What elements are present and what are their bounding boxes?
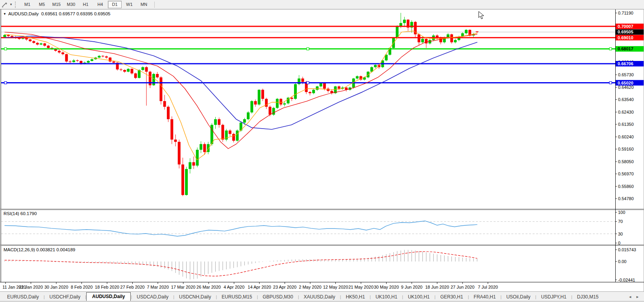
candle-body	[22, 38, 24, 39]
chart-ohlc-values: 0.69561 0.69577 0.69395 0.69505	[41, 11, 111, 16]
candle-body	[123, 70, 126, 72]
chevron-down-icon[interactable]: ▼	[9, 3, 13, 6]
candle-body	[374, 65, 377, 67]
chart-tab-gbpusd-m30[interactable]: GBPUSD,M30	[258, 293, 298, 301]
candle-body	[291, 98, 293, 99]
candle-body	[181, 164, 184, 195]
date-tick-label: 23 Apr 2020	[273, 285, 296, 289]
date-tick-label: 7 Mar 2020	[147, 285, 169, 289]
toolbar-separator	[154, 2, 155, 8]
candle-body	[91, 59, 93, 61]
candle-body	[65, 54, 68, 62]
date-tick-label: 21 Jan 2020	[19, 285, 43, 289]
tab-scroll-right-button[interactable]: ►	[636, 295, 639, 299]
price-tick-label: 0.55860	[618, 184, 634, 189]
rsi-tick-label: 100	[618, 210, 625, 215]
candle-body	[29, 39, 31, 41]
candle-body	[105, 56, 108, 57]
timeframe-button-h4[interactable]: H4	[93, 1, 107, 8]
chart-symbol: AUDUSD,Daily	[8, 11, 39, 16]
date-tick-label: 17 Mar 2020	[171, 285, 196, 289]
price-tick-label: 0.60240	[618, 134, 634, 139]
chart-tab-eurusd-daily[interactable]: EURUSD,Daily	[2, 293, 44, 301]
hline-handle[interactable]	[307, 82, 309, 84]
timeframe-button-d1[interactable]: D1	[108, 1, 122, 8]
price-badge-label: 0.68017	[618, 46, 633, 51]
chart-tab-usdjpy-h1[interactable]: USDJPY,H1	[536, 293, 571, 301]
candle-body	[247, 112, 250, 119]
candle-body	[261, 90, 264, 99]
timeframe-button-m15[interactable]: M15	[50, 1, 63, 8]
candle-body	[320, 83, 322, 87]
candle-body	[312, 90, 315, 93]
candle-body	[338, 87, 341, 89]
timeframe-button-m5[interactable]: M5	[35, 1, 49, 8]
candle-body	[200, 144, 202, 149]
candle-body	[7, 35, 10, 36]
toolbar-grip[interactable]	[15, 2, 18, 8]
chart-tab-hk50-h1[interactable]: HK50,H1	[341, 293, 370, 301]
date-tick-label: 7 Jul 2020	[478, 285, 498, 289]
candle-body	[32, 41, 35, 43]
date-tick-label: 30 Jan 2020	[44, 285, 68, 289]
price-badge-label: 0.65020	[618, 81, 633, 85]
timeframe-button-m30[interactable]: M30	[64, 1, 78, 8]
hline-handle[interactable]	[4, 48, 7, 50]
candle-body	[450, 34, 453, 42]
hline-handle[interactable]	[609, 48, 612, 50]
chart-tab-usdcnh-daily[interactable]: USDCNH,Daily	[174, 293, 216, 301]
hline-handle[interactable]	[609, 82, 612, 84]
date-tick-label: 30 May 2020	[374, 285, 399, 289]
candle-body	[61, 52, 64, 54]
candle-body	[174, 140, 177, 142]
candle-body	[58, 51, 61, 52]
chart-tab-fra40-h1[interactable]: FRA40,H1	[469, 293, 500, 301]
hline-handle[interactable]	[307, 48, 309, 50]
top-toolbar: ▼ M1M5M15M30H1H4D1W1MN	[0, 0, 644, 9]
hline-handle[interactable]	[4, 82, 7, 84]
timeframe-toolbar: M1M5M15M30H1H4D1W1MN	[20, 0, 151, 9]
price-badge-label: 0.66706	[618, 61, 633, 66]
chart-tab-xauusd-daily[interactable]: XAUUSD,Daily	[299, 293, 340, 301]
chart-window: 0.711900.701100.690300.679200.668400.657…	[0, 9, 644, 291]
price-badge-label: 0.69505	[618, 29, 633, 34]
candle-body	[4, 35, 6, 37]
price-tick-label: 0.56970	[618, 171, 634, 176]
candle-body	[145, 67, 148, 72]
collapse-arrow-icon[interactable]: ▼	[3, 12, 6, 16]
chart-tab-uk100-h1[interactable]: UK100,H1	[371, 293, 402, 301]
candle-body	[120, 70, 122, 70]
chart-tab-usdcad-daily[interactable]: USDCAD,Daily	[132, 293, 173, 301]
candle-body	[265, 99, 268, 107]
mt4-terminal: ▼ M1M5M15M30H1H4D1W1MN 0.711900.701100.6…	[0, 0, 644, 302]
timeframe-button-mn[interactable]: MN	[137, 1, 151, 8]
candle-body	[207, 144, 209, 152]
chart-tab-eurusd-m15[interactable]: EURUSD,M15	[217, 293, 257, 301]
crosshair-tool-icon[interactable]	[1, 1, 9, 8]
candle-body	[69, 61, 72, 62]
candle-body	[283, 103, 286, 105]
candle-body	[189, 162, 191, 169]
date-tick-label: 9 Jun 2020	[401, 285, 422, 289]
timeframe-button-w1[interactable]: W1	[122, 1, 136, 8]
tab-scroll-left-button[interactable]: ◄	[628, 295, 632, 299]
candle-body	[170, 119, 173, 140]
candle-body	[403, 20, 406, 23]
chart-tab-uk100-h1[interactable]: UK100,H1	[403, 293, 434, 301]
date-tick-label: 14 Apr 2020	[248, 285, 271, 289]
candle-body	[250, 101, 253, 112]
chart-tab-usoil-daily[interactable]: USOil,Daily	[502, 293, 535, 301]
chart-tab-usdchf-daily[interactable]: USDCHF,Daily	[45, 293, 85, 301]
chart-tab-ger30-h1[interactable]: GER30,H1	[435, 293, 468, 301]
chart-tab-dj30-m15[interactable]: DJ30,M15	[572, 293, 603, 301]
candle-body	[421, 39, 424, 42]
timeframe-button-h1[interactable]: H1	[79, 1, 93, 8]
chart-tab-audusd-daily[interactable]: AUDUSD,Daily	[86, 292, 131, 301]
rsi-indicator-label: RSI(14) 60.1790	[4, 211, 37, 216]
macd-tick-label: 0.015743	[618, 247, 636, 252]
timeframe-button-m1[interactable]: M1	[20, 1, 34, 8]
candle-body	[76, 61, 79, 61]
candle-body	[192, 162, 195, 166]
chart-canvas[interactable]: 0.711900.701100.690300.679200.668400.657…	[0, 9, 644, 291]
candle-body	[221, 125, 224, 140]
